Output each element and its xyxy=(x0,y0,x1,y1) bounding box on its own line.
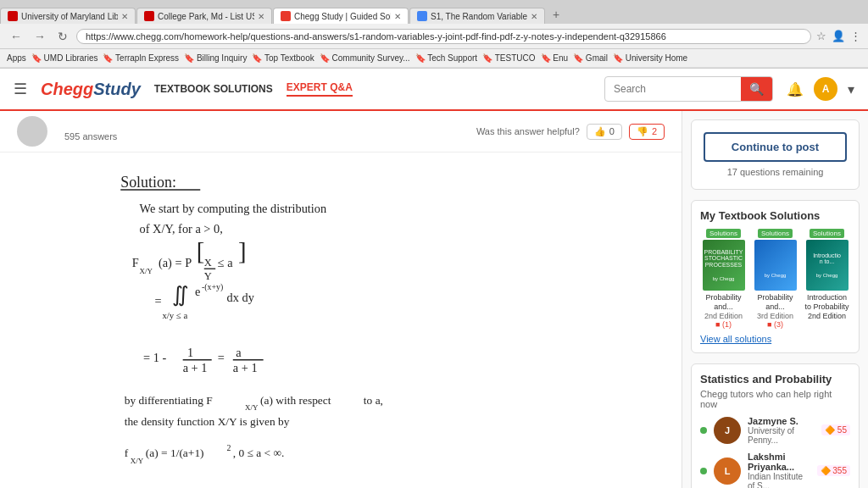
svg-text:x/y ≤ a: x/y ≤ a xyxy=(162,310,187,320)
tab-label-s1: S1, The Random Variable X An... xyxy=(431,12,527,21)
nav-expert-qa[interactable]: EXPERT Q&A xyxy=(287,81,353,97)
content-area: 595 answers Was this answer helpful? 👍 0… xyxy=(0,111,868,488)
continue-to-post-button[interactable]: Continue to post xyxy=(704,132,847,162)
header: ☰ Chegg Study TEXTBOOK SOLUTIONS EXPERT … xyxy=(0,69,868,111)
thumbs-down-button[interactable]: 👎 2 xyxy=(629,124,665,140)
back-button[interactable]: ← xyxy=(7,28,25,45)
bookmark-tech[interactable]: 🔖 Tech Support xyxy=(415,53,478,63)
search-input[interactable] xyxy=(605,83,741,95)
tab-favicon-umd2 xyxy=(144,11,154,21)
book-cover-2: by Chegg xyxy=(754,240,797,291)
chevron-down-icon[interactable]: ▾ xyxy=(848,81,854,97)
tab-close-s1[interactable]: ✕ xyxy=(531,12,537,21)
tutor-info-1: Jazmyne S. University of Penny... xyxy=(748,416,815,445)
menu-icon[interactable]: ⋮ xyxy=(850,30,861,42)
svg-text:dx dy: dx dy xyxy=(227,291,255,304)
tab-favicon-chegg xyxy=(281,11,291,21)
book-cover-3: Introduction to...by Chegg xyxy=(806,240,849,291)
svg-text:f: f xyxy=(125,446,129,459)
svg-text:(a) with respect: (a) with respect xyxy=(260,394,331,407)
answerer-avatar xyxy=(17,116,47,147)
logo[interactable]: Chegg Study xyxy=(41,80,141,99)
new-tab-button[interactable]: + xyxy=(546,5,566,24)
tab-close-umd2[interactable]: ✕ xyxy=(258,12,264,21)
tutor-school-2: Indian Institute of S... xyxy=(748,472,810,488)
book-item-3[interactable]: Solutions Introduction to...by Chegg Int… xyxy=(804,229,850,329)
reload-button[interactable]: ↻ xyxy=(54,28,71,45)
svg-text:(a) = 1/(a+1): (a) = 1/(a+1) xyxy=(146,446,204,459)
tab-umd1[interactable]: University of Maryland Libraries ... ✕ xyxy=(0,8,136,24)
bookmark-textbook[interactable]: 🔖 Top Textbook xyxy=(252,53,314,63)
avatar[interactable]: A xyxy=(814,77,837,101)
book-item-2[interactable]: Solutions by Chegg Probability and... 3r… xyxy=(752,229,798,329)
svg-text:= 1 -: = 1 - xyxy=(143,351,166,364)
tutor-item-1: J Jazmyne S. University of Penny... 🔶 55 xyxy=(700,416,850,445)
nav-textbook-solutions[interactable]: TEXTBOOK SOLUTIONS xyxy=(154,83,273,95)
svg-text:X/Y: X/Y xyxy=(245,403,259,412)
tutor-info-2: Lakshmi Priyanka... Indian Institute of … xyxy=(748,452,810,488)
book-cover-1: PROBABILITYSTOCHASTICPROCESSESby Chegg xyxy=(703,240,745,291)
tab-close-chegg[interactable]: ✕ xyxy=(394,12,401,21)
view-all-solutions-link[interactable]: View all solutions xyxy=(700,334,850,344)
svg-text:of X/Y,  for a > 0,: of X/Y, for a > 0, xyxy=(140,222,223,236)
svg-text:(a) = P: (a) = P xyxy=(159,256,192,270)
bookmark-gmail[interactable]: 🔖 Gmail xyxy=(573,53,608,63)
bookmark-university[interactable]: 🔖 University Home xyxy=(613,53,687,63)
tab-umd2[interactable]: College Park, Md - List US Jobs ✕ xyxy=(136,8,272,24)
bell-icon[interactable]: 🔔 xyxy=(787,81,804,97)
bookmark-apps[interactable]: Apps xyxy=(7,53,26,63)
address-bar: ← → ↻ ☆ 👤 ⋮ xyxy=(0,24,868,49)
bookmark-terrapln[interactable]: 🔖 Terrapln Express xyxy=(103,53,179,63)
svg-text:Solution:: Solution: xyxy=(120,174,176,191)
my-textbook-solutions: My Textbook Solutions Solutions PROBABIL… xyxy=(691,200,860,353)
online-dot-1 xyxy=(700,427,707,434)
book-edition-2: 3rd Edition xyxy=(757,312,793,320)
bookmark-community[interactable]: 🔖 Community Survey... xyxy=(320,53,410,63)
tab-s1[interactable]: S1, The Random Variable X An... ✕ xyxy=(409,8,545,24)
svg-text:=: = xyxy=(155,294,162,308)
svg-text:2: 2 xyxy=(227,443,231,452)
bookmark-umd[interactable]: 🔖 UMD Libraries xyxy=(31,53,98,63)
forward-button[interactable]: → xyxy=(31,28,49,45)
logo-chegg: Chegg xyxy=(41,80,93,99)
bookmark-billing[interactable]: 🔖 Billing Inquiry xyxy=(184,53,247,63)
svg-text:-(x+y): -(x+y) xyxy=(202,282,223,292)
svg-text:X/Y: X/Y xyxy=(131,457,144,465)
svg-text:a + 1: a + 1 xyxy=(233,361,258,374)
star-icon[interactable]: ☆ xyxy=(816,30,826,42)
bookmark-testuco[interactable]: 🔖 TESTUCO xyxy=(482,53,535,63)
tab-close-umd1[interactable]: ✕ xyxy=(121,12,128,21)
browser-chrome: University of Maryland Libraries ... ✕ C… xyxy=(0,0,868,69)
svg-text:X: X xyxy=(204,257,212,269)
tutor-name-2: Lakshmi Priyanka... xyxy=(748,452,810,472)
solution-svg: Solution: We start by computing the dist… xyxy=(17,161,665,488)
svg-text:F: F xyxy=(132,256,139,269)
svg-text:the density  function  X/Y is : the density function X/Y is given by xyxy=(125,415,290,428)
book-badge-3: Solutions xyxy=(810,229,844,238)
svg-text:a + 1: a + 1 xyxy=(183,361,208,374)
tab-chegg[interactable]: Chegg Study | Guided Solutions ✕ xyxy=(273,8,409,24)
textbook-books-list: Solutions PROBABILITYSTOCHASTICPROCESSES… xyxy=(700,229,850,329)
header-icons: 🔔 A ▾ xyxy=(787,77,854,101)
profile-icon[interactable]: 👤 xyxy=(832,30,845,42)
stats-prob-section: Statistics and Probability Chegg tutors … xyxy=(691,363,860,488)
my-textbook-title: My Textbook Solutions xyxy=(700,209,850,222)
svg-text:to a,: to a, xyxy=(364,394,383,407)
search-button[interactable]: 🔍 xyxy=(741,76,772,102)
thumbs-up-count: 0 xyxy=(609,126,615,136)
book-count-2: ■ (3) xyxy=(767,320,783,329)
page: ☰ Chegg Study TEXTBOOK SOLUTIONS EXPERT … xyxy=(0,69,868,488)
tab-label-chegg: Chegg Study | Guided Solutions xyxy=(294,12,391,21)
bookmarks-bar: Apps 🔖 UMD Libraries 🔖 Terrapln Express … xyxy=(0,49,868,68)
svg-text:,  0 ≤ a < ∞.: , 0 ≤ a < ∞. xyxy=(233,446,285,459)
main-content: 595 answers Was this answer helpful? 👍 0… xyxy=(0,111,682,488)
svg-text:We start by computing the dist: We start by computing the distribution xyxy=(140,202,327,215)
hamburger-menu[interactable]: ☰ xyxy=(14,80,27,98)
tutor-avatar-2: L xyxy=(714,458,741,485)
thumbs-up-button[interactable]: 👍 0 xyxy=(587,124,622,140)
url-input[interactable] xyxy=(76,29,811,44)
tutor-rating-1: 🔶 55 xyxy=(821,424,850,435)
book-item-1[interactable]: Solutions PROBABILITYSTOCHASTICPROCESSES… xyxy=(700,229,747,329)
bookmark-enu[interactable]: 🔖 Enu xyxy=(541,53,569,63)
thumbs-down-count: 2 xyxy=(652,126,657,136)
